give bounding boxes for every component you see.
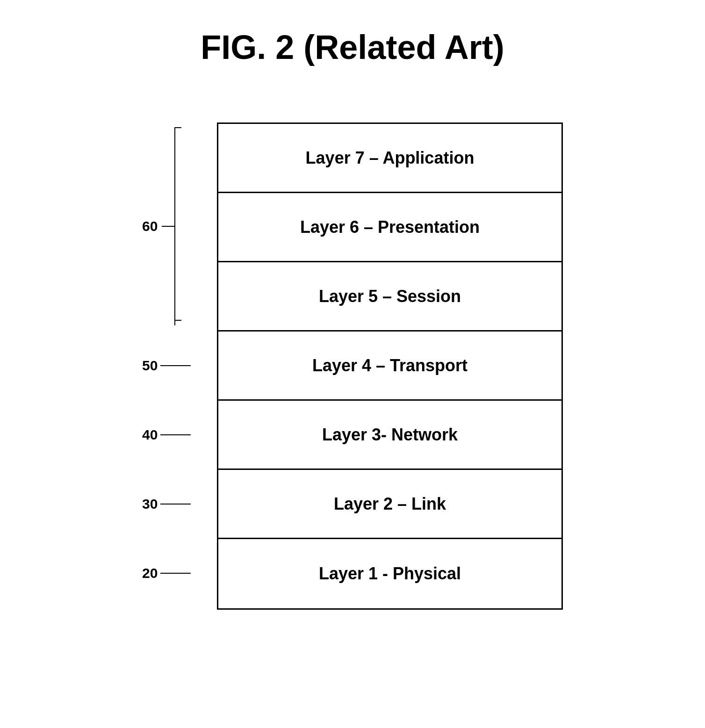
- main-content: 60 50 40: [142, 123, 563, 610]
- label-50: 50: [142, 358, 191, 374]
- diagram-container: 60 50 40: [142, 123, 563, 610]
- layer-row-7: Layer 7 – Application: [218, 124, 561, 193]
- layer2-text: Layer 2 – Link: [334, 494, 446, 514]
- layer6-text: Layer 6 – Presentation: [300, 217, 480, 237]
- label-20: 20: [142, 565, 191, 581]
- labels-column: 60 50 40: [142, 123, 212, 610]
- layer-row-4: Layer 4 – Transport: [218, 332, 561, 401]
- layer-row-6: Layer 6 – Presentation: [218, 193, 561, 262]
- layer-row-2: Layer 2 – Link: [218, 470, 561, 539]
- layer-row-3: Layer 3- Network: [218, 401, 561, 470]
- layers-box: Layer 7 – Application Layer 6 – Presenta…: [217, 123, 563, 610]
- layer5-text: Layer 5 – Session: [319, 287, 461, 306]
- label-30: 30: [142, 496, 191, 512]
- layer4-text: Layer 4 – Transport: [312, 356, 468, 375]
- label-60: 60: [142, 218, 158, 234]
- layer-row-1: Layer 1 - Physical: [218, 539, 561, 608]
- layer-row-5: Layer 5 – Session: [218, 262, 561, 332]
- layer1-text: Layer 1 - Physical: [319, 564, 461, 584]
- label-40: 40: [142, 427, 191, 443]
- layer7-text: Layer 7 – Application: [306, 148, 475, 168]
- page-title: FIG. 2 (Related Art): [201, 28, 504, 66]
- layer3-text: Layer 3- Network: [322, 425, 458, 445]
